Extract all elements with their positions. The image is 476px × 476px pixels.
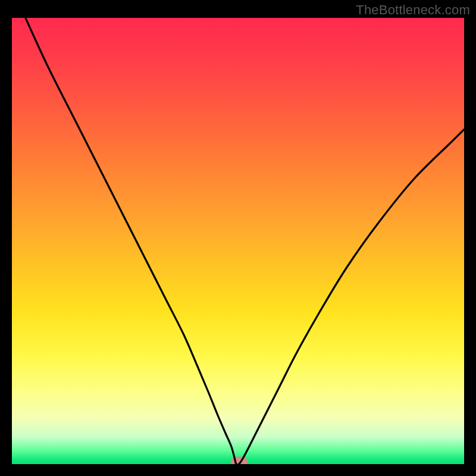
- watermark-text: TheBottleneck.com: [356, 2, 470, 18]
- plot-area: [12, 18, 464, 464]
- curve-path: [26, 18, 464, 464]
- chart-frame: TheBottleneck.com: [0, 0, 476, 476]
- bottleneck-curve: [12, 18, 464, 464]
